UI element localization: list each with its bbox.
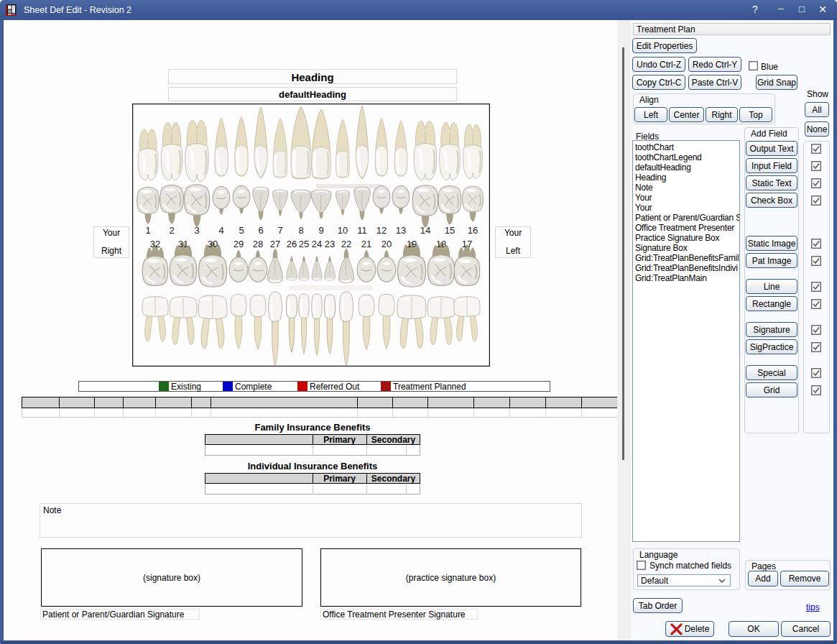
- svg-text:15: 15: [445, 225, 455, 236]
- svg-text:21: 21: [361, 239, 371, 249]
- svg-text:9: 9: [318, 225, 323, 236]
- svg-text:27: 27: [270, 239, 280, 249]
- svg-text:28: 28: [253, 239, 263, 249]
- svg-text:8: 8: [298, 225, 303, 236]
- svg-text:31: 31: [178, 239, 188, 249]
- svg-text:23: 23: [325, 239, 335, 249]
- svg-text:17: 17: [462, 239, 472, 249]
- svg-text:13: 13: [396, 225, 406, 236]
- svg-text:5: 5: [239, 225, 244, 236]
- svg-text:22: 22: [341, 239, 351, 249]
- svg-text:29: 29: [233, 239, 244, 249]
- svg-text:3: 3: [194, 225, 199, 236]
- svg-text:16: 16: [468, 225, 478, 236]
- svg-text:24: 24: [312, 239, 322, 249]
- svg-text:18: 18: [436, 239, 446, 249]
- svg-text:7: 7: [277, 225, 282, 236]
- svg-text:4: 4: [218, 225, 223, 236]
- svg-text:6: 6: [258, 225, 263, 236]
- svg-text:20: 20: [381, 239, 392, 249]
- svg-text:12: 12: [376, 225, 387, 236]
- svg-text:19: 19: [407, 239, 417, 249]
- svg-text:25: 25: [299, 239, 309, 249]
- svg-text:2: 2: [169, 225, 174, 236]
- svg-text:14: 14: [420, 225, 430, 236]
- svg-text:1: 1: [145, 225, 150, 236]
- svg-text:30: 30: [208, 239, 218, 249]
- svg-text:10: 10: [338, 225, 348, 236]
- svg-text:32: 32: [150, 239, 160, 249]
- svg-text:26: 26: [287, 239, 297, 249]
- svg-text:11: 11: [357, 225, 367, 236]
